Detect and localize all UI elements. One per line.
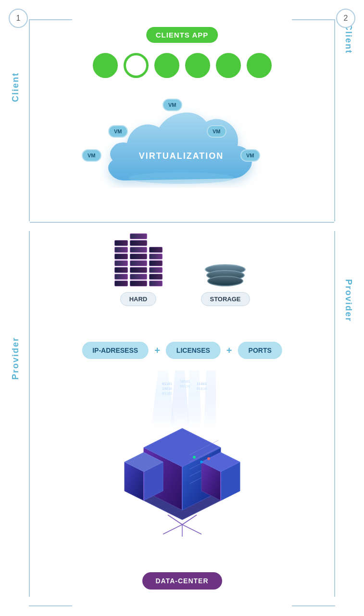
- provider-label-left: Provider: [11, 337, 21, 380]
- client-label-right: Client: [343, 24, 353, 54]
- svg-text:10010: 10010: [162, 387, 172, 391]
- border-right-bottom: [334, 231, 335, 597]
- plus-2: +: [226, 345, 232, 356]
- svg-marker-3: [170, 371, 189, 428]
- datacenter-illustration: 01101 10010 01101 10101 00110 11001 0101…: [100, 371, 264, 544]
- svg-text:00110: 00110: [180, 385, 190, 388]
- client-circle-5: [216, 53, 241, 78]
- vm-badge-left-mid: VM: [108, 125, 128, 138]
- storage-item: STORAGE: [201, 229, 250, 306]
- border-bottom-right: [292, 605, 335, 606]
- infra-section: HARD STORAGE: [114, 229, 250, 306]
- hard-badge: HARD: [120, 292, 157, 306]
- vm-badge-right-mid: VM: [207, 125, 226, 138]
- client-circle-1: [93, 53, 118, 78]
- licenses-badge: LICENSES: [166, 342, 221, 359]
- client-provider-divider: [30, 222, 334, 223]
- border-left-top: [29, 19, 30, 221]
- svg-marker-5: [204, 371, 216, 428]
- svg-point-36: [193, 456, 196, 459]
- client-circle-3: [154, 53, 179, 78]
- border-right-top: [334, 19, 335, 221]
- svg-text:01010: 01010: [197, 387, 207, 391]
- data-center-badge: DATA-CENTER: [142, 572, 222, 590]
- svg-line-34: [182, 525, 201, 534]
- vm-badge-far-left: VM: [82, 149, 101, 162]
- svg-text:11001: 11001: [197, 382, 207, 386]
- border-left-bottom: [29, 231, 30, 597]
- provider-label-right: Provider: [343, 279, 353, 322]
- client-label-left: Client: [11, 72, 21, 102]
- network-pills-row: IP-ADRESESS + LICENSES + PORTS: [82, 342, 282, 359]
- svg-line-33: [163, 525, 182, 534]
- hard-item: HARD: [114, 229, 162, 306]
- svg-text:VIRTUALIZATION: VIRTUALIZATION: [138, 151, 224, 161]
- server-rack-icon: [114, 229, 162, 286]
- storage-disk-icon: [204, 243, 247, 286]
- clients-app-badge: CLIENTS APP: [146, 27, 218, 43]
- svg-point-1: [128, 172, 234, 184]
- corner-number-2: 2: [336, 9, 355, 28]
- svg-text:01101: 01101: [162, 392, 172, 396]
- ip-addresses-badge: IP-ADRESESS: [82, 342, 149, 359]
- client-circle-2: [124, 53, 149, 78]
- storage-badge: STORAGE: [201, 292, 250, 306]
- clients-circles-row: [93, 53, 272, 78]
- svg-marker-4: [187, 371, 201, 428]
- plus-1: +: [154, 345, 160, 356]
- border-top-right: [292, 19, 335, 20]
- border-top-left: [29, 19, 72, 20]
- svg-text:01101: 01101: [162, 382, 172, 386]
- svg-text:10101: 10101: [180, 380, 190, 384]
- vm-badge-far-right: VM: [240, 149, 260, 162]
- cloud-virtualization: VIRTUALIZATION: [96, 89, 269, 205]
- client-circle-6: [247, 53, 272, 78]
- svg-point-37: [200, 461, 203, 463]
- svg-point-38: [207, 457, 210, 460]
- border-bottom-left: [29, 605, 72, 606]
- ports-badge: PORTS: [238, 342, 282, 359]
- vm-badge-top: VM: [163, 99, 182, 111]
- client-circle-4: [185, 53, 210, 78]
- corner-number-1: 1: [9, 9, 28, 28]
